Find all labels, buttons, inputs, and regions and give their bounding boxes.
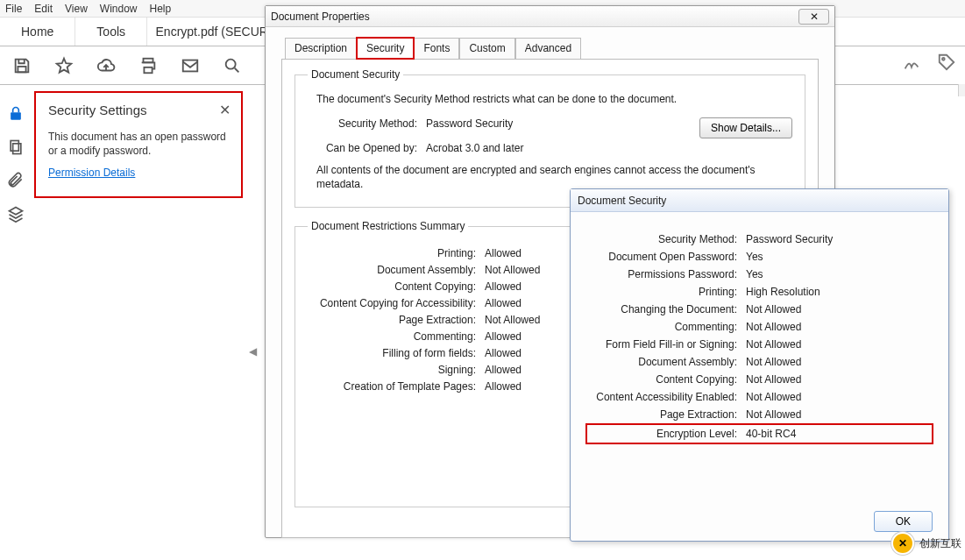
encryption-level-value: 40-bit RC4 (746, 428, 931, 440)
restrictions-legend: Document Restrictions Summary (308, 220, 468, 232)
sec-value: Not Allowed (746, 408, 931, 421)
security-settings-panel: Security Settings ✕ This document has an… (34, 91, 243, 198)
properties-tabs: Description Security Fonts Custom Advanc… (285, 38, 834, 59)
sec-label: Changing the Document: (588, 303, 746, 315)
menu-help[interactable]: Help (150, 3, 172, 15)
menu-window[interactable]: Window (100, 3, 138, 15)
security-settings-message: This document has an open password or a … (48, 131, 231, 158)
signature-icon[interactable] (902, 53, 921, 72)
opened-by-label: Can be Opened by: (325, 142, 426, 154)
svg-rect-2 (144, 67, 152, 72)
star-icon[interactable] (54, 56, 74, 75)
restriction-label: Content Copying for Accessibility: (308, 297, 485, 309)
security-method-label: Security Method: (325, 117, 426, 130)
svg-point-4 (226, 59, 236, 68)
tab-tools[interactable]: Tools (75, 18, 147, 46)
mail-icon[interactable] (181, 56, 200, 75)
security-dialog-title: Document Security (578, 195, 666, 207)
print-icon[interactable] (138, 56, 158, 75)
sec-label: Document Open Password: (588, 251, 746, 263)
watermark-logo: ✕ 创新互联 (891, 532, 961, 555)
tag-icon[interactable] (937, 53, 956, 72)
sec-label: Permissions Password: (588, 268, 746, 280)
sec-value: Not Allowed (746, 321, 931, 333)
document-security-legend: Document Security (308, 68, 403, 81)
sec-value: Not Allowed (746, 338, 931, 351)
security-settings-title: Security Settings (48, 103, 147, 117)
restriction-label: Commenting: (308, 330, 485, 343)
sec-label: Content Copying: (588, 373, 746, 386)
tab-description[interactable]: Description (285, 38, 357, 59)
tab-fonts[interactable]: Fonts (414, 38, 459, 59)
ok-button[interactable]: OK (874, 511, 933, 532)
encrypted-note: All contents of the document are encrypt… (316, 163, 792, 191)
sec-label: Commenting: (588, 321, 746, 333)
sec-label: Page Extraction: (588, 408, 746, 421)
sec-label: Printing: (588, 286, 746, 298)
dialog-titlebar[interactable]: Document Properties ✕ (266, 6, 834, 27)
save-icon[interactable] (12, 56, 32, 75)
paperclip-icon[interactable] (7, 172, 25, 189)
restriction-label: Content Copying: (308, 280, 485, 293)
pages-icon[interactable] (7, 138, 25, 156)
sec-value: Not Allowed (746, 303, 931, 315)
watermark-text: 创新互联 (919, 536, 961, 551)
sec-value: Yes (746, 268, 931, 280)
menu-edit[interactable]: Edit (34, 3, 53, 15)
document-security-dialog: Document Security Security Method:Passwo… (570, 188, 949, 542)
restriction-label: Creation of Template Pages: (308, 380, 485, 393)
sec-label: Document Assembly: (588, 356, 746, 368)
dialog-title: Document Properties (271, 11, 370, 23)
sec-value: Not Allowed (746, 391, 931, 403)
document-security-group: Document Security The document's Securit… (294, 68, 805, 208)
show-details-button[interactable]: Show Details... (699, 117, 792, 138)
permission-details-link[interactable]: Permission Details (48, 167, 135, 179)
sec-value: Yes (746, 251, 931, 263)
opened-by-value: Acrobat 3.0 and later (426, 142, 792, 154)
sec-label: Form Field Fill-in or Signing: (588, 338, 746, 351)
sec-label: Security Method: (588, 233, 746, 245)
restriction-label: Page Extraction: (308, 314, 485, 326)
sec-value: Password Security (746, 233, 931, 245)
right-panel-collapse[interactable] (958, 84, 965, 96)
sec-value: High Resolution (746, 286, 931, 298)
left-nav-rail (0, 86, 32, 223)
tab-home[interactable]: Home (0, 18, 75, 46)
svg-rect-6 (11, 112, 21, 119)
security-method-value: Password Security (426, 117, 699, 130)
svg-rect-8 (13, 144, 21, 154)
sec-value: Not Allowed (746, 373, 931, 386)
security-intro-text: The document's Security Method restricts… (316, 93, 792, 105)
restriction-label: Signing: (308, 364, 485, 376)
lock-icon[interactable] (7, 105, 25, 123)
layers-icon[interactable] (7, 205, 25, 223)
close-icon[interactable]: ✕ (219, 102, 231, 118)
panel-collapse-handle[interactable]: ◀ (249, 345, 258, 358)
restriction-label: Printing: (308, 247, 485, 259)
crown-icon: ✕ (891, 532, 914, 555)
zoom-icon[interactable] (223, 56, 242, 75)
menu-file[interactable]: File (5, 3, 22, 15)
sec-value: Not Allowed (746, 356, 931, 368)
security-dialog-titlebar[interactable]: Document Security (571, 189, 948, 212)
restriction-label: Filling of form fields: (308, 347, 485, 359)
restriction-label: Document Assembly: (308, 264, 485, 276)
tab-custom[interactable]: Custom (459, 38, 514, 59)
dialog-close-button[interactable]: ✕ (798, 9, 829, 25)
encryption-level-label: Encryption Level: (588, 428, 746, 440)
cloud-upload-icon[interactable] (96, 56, 116, 75)
svg-point-5 (942, 58, 945, 60)
menu-view[interactable]: View (65, 3, 88, 15)
sec-label: Content Accessibility Enabled: (588, 391, 746, 403)
tab-advanced[interactable]: Advanced (515, 38, 581, 59)
svg-rect-0 (18, 66, 25, 71)
right-tool-icons (902, 53, 956, 72)
svg-rect-3 (183, 60, 198, 71)
security-dialog-content: Security Method:Password Security Docume… (571, 212, 948, 456)
svg-rect-7 (11, 141, 18, 152)
tab-security[interactable]: Security (357, 38, 414, 59)
